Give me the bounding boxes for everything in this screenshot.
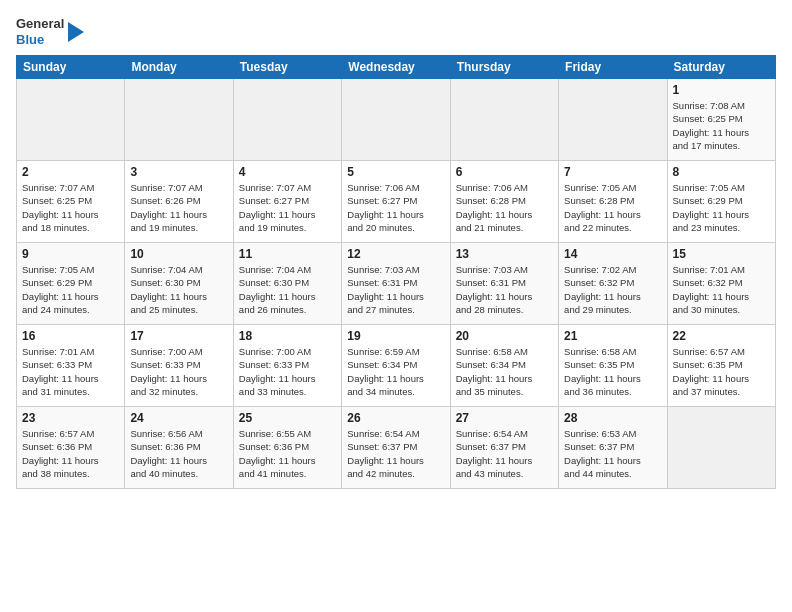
day-info: Sunrise: 7:01 AM Sunset: 6:33 PM Dayligh… <box>22 345 119 398</box>
day-info: Sunrise: 7:02 AM Sunset: 6:32 PM Dayligh… <box>564 263 661 316</box>
day-info: Sunrise: 7:03 AM Sunset: 6:31 PM Dayligh… <box>347 263 444 316</box>
calendar: SundayMondayTuesdayWednesdayThursdayFrid… <box>16 55 776 489</box>
calendar-cell <box>559 79 667 161</box>
day-number: 6 <box>456 165 553 179</box>
day-number: 18 <box>239 329 336 343</box>
calendar-cell: 26Sunrise: 6:54 AM Sunset: 6:37 PM Dayli… <box>342 407 450 489</box>
calendar-cell: 15Sunrise: 7:01 AM Sunset: 6:32 PM Dayli… <box>667 243 775 325</box>
week-row-0: 1Sunrise: 7:08 AM Sunset: 6:25 PM Daylig… <box>17 79 776 161</box>
day-info: Sunrise: 6:55 AM Sunset: 6:36 PM Dayligh… <box>239 427 336 480</box>
calendar-cell: 27Sunrise: 6:54 AM Sunset: 6:37 PM Dayli… <box>450 407 558 489</box>
calendar-cell: 1Sunrise: 7:08 AM Sunset: 6:25 PM Daylig… <box>667 79 775 161</box>
day-number: 22 <box>673 329 770 343</box>
day-info: Sunrise: 7:05 AM Sunset: 6:29 PM Dayligh… <box>22 263 119 316</box>
calendar-cell: 14Sunrise: 7:02 AM Sunset: 6:32 PM Dayli… <box>559 243 667 325</box>
week-row-3: 16Sunrise: 7:01 AM Sunset: 6:33 PM Dayli… <box>17 325 776 407</box>
calendar-cell: 5Sunrise: 7:06 AM Sunset: 6:27 PM Daylig… <box>342 161 450 243</box>
week-row-2: 9Sunrise: 7:05 AM Sunset: 6:29 PM Daylig… <box>17 243 776 325</box>
day-number: 7 <box>564 165 661 179</box>
weekday-header-tuesday: Tuesday <box>233 56 341 79</box>
day-info: Sunrise: 7:00 AM Sunset: 6:33 PM Dayligh… <box>130 345 227 398</box>
calendar-cell: 18Sunrise: 7:00 AM Sunset: 6:33 PM Dayli… <box>233 325 341 407</box>
day-number: 17 <box>130 329 227 343</box>
day-number: 27 <box>456 411 553 425</box>
calendar-cell: 3Sunrise: 7:07 AM Sunset: 6:26 PM Daylig… <box>125 161 233 243</box>
day-info: Sunrise: 7:06 AM Sunset: 6:28 PM Dayligh… <box>456 181 553 234</box>
day-number: 20 <box>456 329 553 343</box>
weekday-header-sunday: Sunday <box>17 56 125 79</box>
weekday-header-row: SundayMondayTuesdayWednesdayThursdayFrid… <box>17 56 776 79</box>
calendar-cell: 17Sunrise: 7:00 AM Sunset: 6:33 PM Dayli… <box>125 325 233 407</box>
calendar-cell <box>342 79 450 161</box>
calendar-cell: 16Sunrise: 7:01 AM Sunset: 6:33 PM Dayli… <box>17 325 125 407</box>
header: GeneralBlue <box>16 16 776 47</box>
weekday-header-thursday: Thursday <box>450 56 558 79</box>
day-number: 11 <box>239 247 336 261</box>
day-info: Sunrise: 7:05 AM Sunset: 6:28 PM Dayligh… <box>564 181 661 234</box>
day-number: 16 <box>22 329 119 343</box>
day-info: Sunrise: 6:57 AM Sunset: 6:36 PM Dayligh… <box>22 427 119 480</box>
logo-triangle-icon <box>68 18 84 46</box>
day-number: 1 <box>673 83 770 97</box>
calendar-cell: 13Sunrise: 7:03 AM Sunset: 6:31 PM Dayli… <box>450 243 558 325</box>
day-info: Sunrise: 7:08 AM Sunset: 6:25 PM Dayligh… <box>673 99 770 152</box>
calendar-cell: 2Sunrise: 7:07 AM Sunset: 6:25 PM Daylig… <box>17 161 125 243</box>
calendar-cell: 24Sunrise: 6:56 AM Sunset: 6:36 PM Dayli… <box>125 407 233 489</box>
calendar-cell: 23Sunrise: 6:57 AM Sunset: 6:36 PM Dayli… <box>17 407 125 489</box>
day-number: 10 <box>130 247 227 261</box>
day-number: 25 <box>239 411 336 425</box>
day-number: 24 <box>130 411 227 425</box>
day-number: 3 <box>130 165 227 179</box>
calendar-cell: 25Sunrise: 6:55 AM Sunset: 6:36 PM Dayli… <box>233 407 341 489</box>
calendar-cell: 9Sunrise: 7:05 AM Sunset: 6:29 PM Daylig… <box>17 243 125 325</box>
day-info: Sunrise: 7:07 AM Sunset: 6:25 PM Dayligh… <box>22 181 119 234</box>
day-info: Sunrise: 6:56 AM Sunset: 6:36 PM Dayligh… <box>130 427 227 480</box>
weekday-header-friday: Friday <box>559 56 667 79</box>
day-info: Sunrise: 7:01 AM Sunset: 6:32 PM Dayligh… <box>673 263 770 316</box>
week-row-1: 2Sunrise: 7:07 AM Sunset: 6:25 PM Daylig… <box>17 161 776 243</box>
calendar-cell: 11Sunrise: 7:04 AM Sunset: 6:30 PM Dayli… <box>233 243 341 325</box>
calendar-cell: 21Sunrise: 6:58 AM Sunset: 6:35 PM Dayli… <box>559 325 667 407</box>
day-info: Sunrise: 7:00 AM Sunset: 6:33 PM Dayligh… <box>239 345 336 398</box>
day-info: Sunrise: 7:04 AM Sunset: 6:30 PM Dayligh… <box>239 263 336 316</box>
calendar-cell: 6Sunrise: 7:06 AM Sunset: 6:28 PM Daylig… <box>450 161 558 243</box>
weekday-header-wednesday: Wednesday <box>342 56 450 79</box>
calendar-cell: 8Sunrise: 7:05 AM Sunset: 6:29 PM Daylig… <box>667 161 775 243</box>
day-info: Sunrise: 6:54 AM Sunset: 6:37 PM Dayligh… <box>456 427 553 480</box>
day-info: Sunrise: 7:04 AM Sunset: 6:30 PM Dayligh… <box>130 263 227 316</box>
day-number: 14 <box>564 247 661 261</box>
calendar-cell <box>17 79 125 161</box>
day-info: Sunrise: 7:07 AM Sunset: 6:26 PM Dayligh… <box>130 181 227 234</box>
day-number: 21 <box>564 329 661 343</box>
day-number: 12 <box>347 247 444 261</box>
day-number: 9 <box>22 247 119 261</box>
day-number: 15 <box>673 247 770 261</box>
day-number: 4 <box>239 165 336 179</box>
day-info: Sunrise: 6:53 AM Sunset: 6:37 PM Dayligh… <box>564 427 661 480</box>
day-info: Sunrise: 7:07 AM Sunset: 6:27 PM Dayligh… <box>239 181 336 234</box>
day-info: Sunrise: 6:58 AM Sunset: 6:34 PM Dayligh… <box>456 345 553 398</box>
calendar-cell <box>450 79 558 161</box>
day-info: Sunrise: 6:58 AM Sunset: 6:35 PM Dayligh… <box>564 345 661 398</box>
day-number: 2 <box>22 165 119 179</box>
day-number: 5 <box>347 165 444 179</box>
calendar-cell: 28Sunrise: 6:53 AM Sunset: 6:37 PM Dayli… <box>559 407 667 489</box>
day-info: Sunrise: 6:59 AM Sunset: 6:34 PM Dayligh… <box>347 345 444 398</box>
svg-marker-0 <box>68 22 84 42</box>
calendar-cell: 4Sunrise: 7:07 AM Sunset: 6:27 PM Daylig… <box>233 161 341 243</box>
day-info: Sunrise: 7:06 AM Sunset: 6:27 PM Dayligh… <box>347 181 444 234</box>
calendar-cell: 20Sunrise: 6:58 AM Sunset: 6:34 PM Dayli… <box>450 325 558 407</box>
calendar-cell: 22Sunrise: 6:57 AM Sunset: 6:35 PM Dayli… <box>667 325 775 407</box>
calendar-cell <box>125 79 233 161</box>
day-number: 8 <box>673 165 770 179</box>
calendar-cell: 12Sunrise: 7:03 AM Sunset: 6:31 PM Dayli… <box>342 243 450 325</box>
day-number: 28 <box>564 411 661 425</box>
day-info: Sunrise: 6:54 AM Sunset: 6:37 PM Dayligh… <box>347 427 444 480</box>
logo: GeneralBlue <box>16 16 84 47</box>
calendar-cell: 19Sunrise: 6:59 AM Sunset: 6:34 PM Dayli… <box>342 325 450 407</box>
day-number: 26 <box>347 411 444 425</box>
logo-text: GeneralBlue <box>16 16 64 47</box>
day-number: 13 <box>456 247 553 261</box>
day-number: 19 <box>347 329 444 343</box>
calendar-cell: 7Sunrise: 7:05 AM Sunset: 6:28 PM Daylig… <box>559 161 667 243</box>
